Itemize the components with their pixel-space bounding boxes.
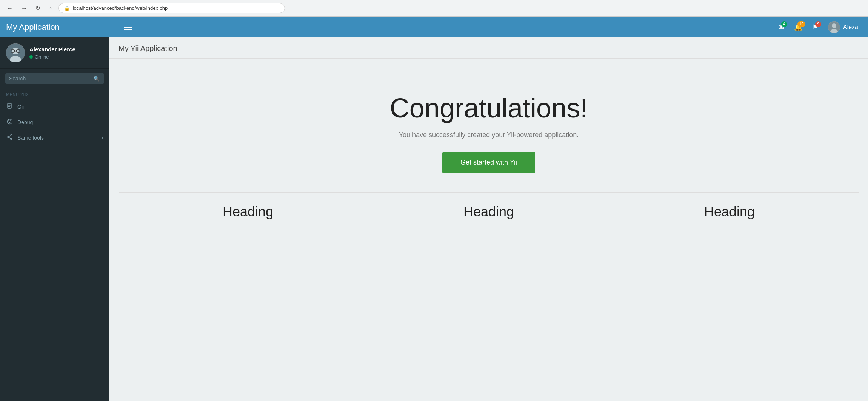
- search-button[interactable]: 🔍: [92, 76, 100, 82]
- search-input[interactable]: [9, 76, 92, 82]
- sidebar-menu-label: Menu Yii2: [0, 88, 109, 99]
- flag-badge: 9: [815, 21, 821, 27]
- sidebar-item-debug[interactable]: Debug: [0, 114, 109, 130]
- content-body: Congratulations! You have successfully c…: [109, 59, 868, 231]
- hero-section: Congratulations! You have successfully c…: [119, 70, 859, 192]
- palette-icon: [6, 119, 14, 126]
- svg-point-13: [8, 119, 12, 124]
- sidebar-item-gii-label: Gii: [17, 104, 24, 110]
- navbar-username: Alexa: [843, 24, 858, 31]
- sidebar-item-same-tools-label: Same tools: [17, 135, 44, 141]
- headings-section: Heading Heading Heading: [119, 192, 859, 220]
- bell-badge: 10: [797, 21, 805, 27]
- app-wrapper: My Application ✉ 4 🔔 10 ⚑ 9: [0, 17, 868, 401]
- url-text: localhost/advanced/backend/web/index.php: [73, 5, 168, 11]
- sidebar-user-name: Alexander Pierce: [29, 46, 75, 52]
- svg-point-15: [10, 120, 11, 122]
- svg-point-1: [832, 23, 836, 28]
- heading-col-3: Heading: [609, 204, 850, 220]
- sidebar-toggle-button[interactable]: [117, 19, 139, 35]
- share-icon: [6, 134, 14, 141]
- chevron-left-icon: ‹: [102, 135, 103, 140]
- sidebar-search-box: 🔍: [5, 73, 104, 84]
- main-content-area: Alexander Pierce Online 🔍 Menu Yii2: [0, 37, 868, 401]
- file-icon: [6, 103, 14, 110]
- sidebar-item-same-tools-left: Same tools: [6, 134, 44, 141]
- address-bar[interactable]: 🔒 localhost/advanced/backend/web/index.p…: [58, 3, 285, 13]
- search-icon: 🔍: [93, 76, 100, 82]
- home-button[interactable]: ⌂: [46, 3, 55, 13]
- sidebar-item-gii[interactable]: Gii: [0, 99, 109, 114]
- main-content: My Yii Application Congratulations! You …: [109, 37, 868, 401]
- top-navbar: My Application ✉ 4 🔔 10 ⚑ 9: [0, 17, 868, 37]
- svg-point-17: [11, 134, 12, 136]
- browser-chrome: ← → ↻ ⌂ 🔒 localhost/advanced/backend/web…: [0, 0, 868, 17]
- page-title: My Yii Application: [119, 44, 859, 53]
- sidebar-item-debug-label: Debug: [17, 119, 33, 125]
- heading-3: Heading: [609, 204, 850, 220]
- heading-col-2: Heading: [368, 204, 609, 220]
- sidebar: Alexander Pierce Online 🔍 Menu Yii2: [0, 37, 109, 401]
- svg-rect-11: [8, 106, 11, 106]
- svg-rect-10: [8, 105, 11, 105]
- sidebar-item-gii-left: Gii: [6, 103, 24, 110]
- heading-2: Heading: [368, 204, 609, 220]
- svg-rect-12: [8, 106, 10, 107]
- svg-point-19: [8, 136, 9, 138]
- flags-button[interactable]: ⚑ 9: [808, 20, 822, 34]
- content-header: My Yii Application: [109, 37, 868, 59]
- sidebar-avatar: [6, 43, 25, 62]
- navbar-user[interactable]: Alexa: [824, 19, 862, 35]
- svg-point-16: [9, 122, 11, 123]
- svg-line-20: [9, 136, 11, 137]
- navbar-avatar: [828, 21, 840, 33]
- notifications-button[interactable]: 🔔 10: [790, 20, 806, 34]
- sidebar-search: 🔍: [0, 69, 109, 88]
- sidebar-item-debug-left: Debug: [6, 119, 33, 126]
- heading-col-1: Heading: [128, 204, 368, 220]
- hero-subtext: You have successfully created your Yii-p…: [126, 131, 851, 139]
- svg-point-14: [8, 120, 9, 122]
- mail-button[interactable]: ✉ 4: [775, 20, 788, 34]
- status-dot-icon: [29, 55, 33, 59]
- sidebar-user-info: Alexander Pierce Online: [29, 46, 75, 60]
- heading-1: Heading: [128, 204, 368, 220]
- sidebar-user-status: Online: [29, 54, 75, 60]
- svg-line-21: [9, 137, 11, 139]
- svg-point-18: [11, 138, 12, 140]
- lock-icon: 🔒: [64, 6, 70, 11]
- get-started-button[interactable]: Get started with Yii: [442, 152, 535, 173]
- sidebar-user-panel: Alexander Pierce Online: [0, 37, 109, 69]
- hero-heading: Congratulations!: [126, 93, 851, 123]
- navbar-brand: My Application: [6, 22, 115, 32]
- status-label: Online: [35, 54, 49, 60]
- sidebar-item-same-tools[interactable]: Same tools ‹: [0, 130, 109, 145]
- refresh-button[interactable]: ↻: [33, 3, 43, 13]
- back-button[interactable]: ←: [5, 3, 15, 13]
- hamburger-icon: [122, 22, 134, 32]
- navbar-right: ✉ 4 🔔 10 ⚑ 9: [775, 19, 862, 35]
- forward-button[interactable]: →: [19, 3, 29, 13]
- mail-badge: 4: [781, 21, 787, 27]
